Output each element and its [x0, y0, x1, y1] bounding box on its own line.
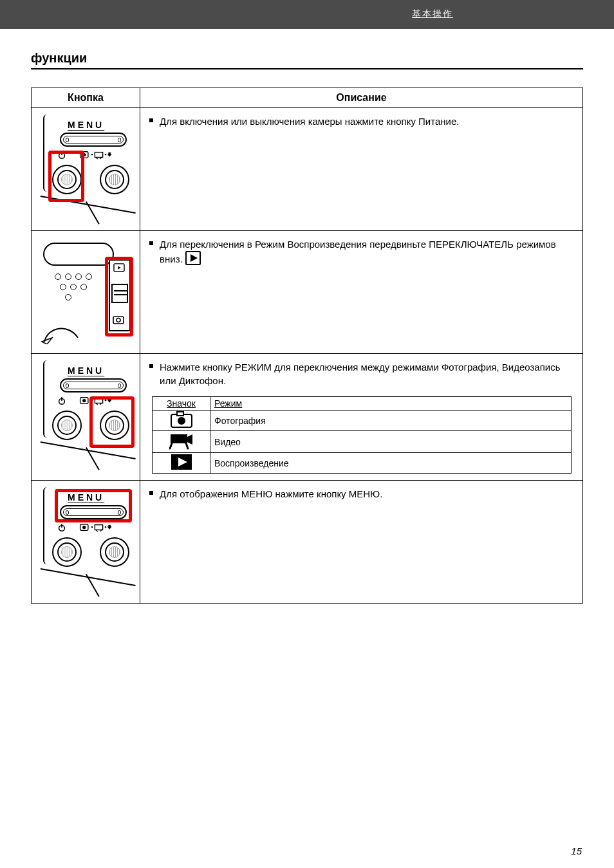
inner-label-photo: Фотография	[210, 411, 572, 431]
desc-cell-slider: Для переключения в Режим Воспроизведения…	[140, 231, 583, 354]
play-icon	[185, 251, 201, 268]
svg-point-31	[105, 526, 106, 528]
button-cell-mode: MENU	[32, 354, 140, 481]
desc-mode-text: Нажмите кнопку РЕЖИМ для переключения ме…	[149, 360, 573, 387]
inner-header-icon: Значок	[153, 397, 210, 411]
diagram-menu: MENU	[41, 487, 131, 596]
svg-point-28	[82, 526, 86, 529]
diagram-mode: MENU	[41, 360, 131, 470]
button-cell-menu: MENU	[32, 481, 140, 604]
mode-icon-table: Значок Режим Фотография	[152, 396, 572, 474]
power-icon	[57, 396, 66, 407]
col-header-button: Кнопка	[32, 88, 140, 108]
desc-slider-text: Для переключения в Режим Воспроизведения…	[149, 237, 573, 268]
desc-cell-power: Для включения или выключения камеры нажм…	[140, 108, 583, 231]
functions-table: Кнопка Описание MENU	[31, 88, 583, 604]
diagram-slider	[41, 237, 131, 347]
modes-icon-strip	[78, 523, 115, 533]
inner-label-video: Видео	[210, 431, 572, 453]
diagram-power: MENU	[41, 115, 131, 224]
inner-icon-camera	[153, 411, 210, 431]
svg-rect-21	[177, 412, 183, 416]
desc-cell-mode: Нажмите кнопку РЕЖИМ для переключения ме…	[140, 354, 583, 481]
section-title: функции	[31, 51, 583, 66]
svg-point-6	[105, 154, 106, 155]
svg-rect-30	[95, 525, 102, 530]
col-header-desc: Описание	[140, 88, 583, 108]
top-bar: 基本操作	[0, 0, 614, 29]
inner-header-mode: Режим	[210, 397, 572, 411]
inner-icon-play	[153, 453, 210, 474]
desc-power-text: Для включения или выключения камеры нажм…	[149, 115, 573, 128]
button-cell-power: MENU	[32, 108, 140, 231]
svg-point-22	[178, 417, 185, 425]
desc-cell-menu: Для отображения МЕНЮ нажмите кнопку МЕНЮ…	[140, 481, 583, 604]
svg-point-4	[91, 154, 93, 155]
inner-label-playback: Воспроизведение	[210, 453, 572, 474]
page-number: 15	[571, 845, 582, 856]
power-icon	[57, 523, 66, 533]
inner-icon-camcorder	[153, 431, 210, 453]
topbar-caption: 基本操作	[412, 8, 453, 22]
section-divider	[31, 68, 583, 69]
svg-rect-5	[95, 152, 102, 158]
button-cell-slider	[32, 231, 140, 354]
svg-point-16	[82, 399, 86, 402]
desc-menu-text: Для отображения МЕНЮ нажмите кнопку МЕНЮ…	[149, 487, 573, 501]
svg-point-29	[91, 526, 93, 528]
